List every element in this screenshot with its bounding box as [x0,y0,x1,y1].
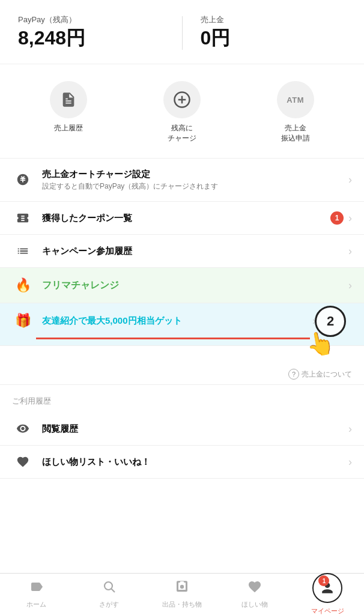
browse-icon [12,422,34,435]
sales-history-icon [50,81,87,118]
search-icon [102,580,117,598]
chevron-icon: › [348,456,352,468]
nav-wishlist[interactable]: ほしい物 [219,576,291,613]
auto-charge-text: 売上金オートチャージ設定 設定すると自動でPayPay（残高）にチャージされます [42,168,348,192]
balance-divider [182,16,183,50]
coupons-title: 獲得したクーポン一覧 [42,212,330,224]
sales-amount: 0円 [201,25,347,52]
chevron-icon: › [348,212,352,225]
furi-challenge-menu-item[interactable]: 🔥 フリマチャレンジ › [0,268,364,303]
balance-area: PayPay（残高） 8,248円 売上金 0円 [0,0,364,64]
wishlist-title: ほしい物リスト・いいね！ [42,456,348,468]
nav-search-label: さがす [99,600,119,609]
chevron-icon: › [348,174,352,186]
nav-home[interactable]: ホーム [0,576,73,613]
charge-icon [163,81,201,118]
paypay-amount: 8,248円 [18,25,164,52]
nav-home-label: ホーム [26,600,46,609]
coupons-menu-item[interactable]: 獲得したクーポン一覧 1 › [0,202,364,235]
wishlist-menu-item[interactable]: ほしい物リスト・いいね！ › [0,446,364,479]
sales-info-text: ? 売上金について [288,369,352,380]
hand-cursor-icon: 👆 [304,328,336,359]
chevron-icon: › [348,423,352,435]
nav-post-label: 出品・持ち物 [162,600,202,609]
furi-text: フリマチャレンジ [42,279,348,292]
campaigns-right: › [348,245,352,258]
gift-icon: 🎁 [12,313,34,329]
auto-charge-subtitle: 設定すると自動でPayPay（残高）にチャージされます [42,181,348,192]
camera-icon [175,580,189,598]
svg-line-4 [111,589,115,593]
list-icon [12,244,34,258]
chevron-icon: › [348,245,352,258]
bottom-nav: ホーム さがす 出品・持ち物 ほしい物 [0,573,364,615]
red-arrow-indicator [36,338,310,339]
referral-row-wrap: 🎁 友達紹介で最大5,000円相当ゲット › 2 👆 [0,303,364,346]
sales-balance: 売上金 0円 [201,14,347,52]
nav-mypage[interactable]: 1 マイページ [291,569,364,615]
sales-history-label: 売上履歴 [54,123,83,133]
auto-charge-right: › [348,174,352,186]
question-icon: ? [288,369,299,380]
referral-text: 友達紹介で最大5,000円相当ゲット [42,315,312,327]
furi-right: › [348,279,352,292]
campaigns-text: キャンペーン参加履歴 [42,245,348,257]
paypay-balance: PayPay（残高） 8,248円 [18,14,164,52]
furi-title: フリマチャレンジ [42,279,348,292]
atm-button[interactable]: ATM 売上金振込申請 [277,81,314,144]
nav-search[interactable]: さがす [73,576,145,613]
charge-label: 残高にチャージ [168,123,196,144]
browse-history-menu-item[interactable]: 閲覧履歴 › [0,413,364,446]
atm-label: 売上金振込申請 [281,123,310,144]
coupon-badge: 1 [330,211,344,225]
usage-history-section-header: ご利用履歴 [0,385,364,413]
wishlist-text: ほしい物リスト・いいね！ [42,456,348,468]
browse-text: 閲覧履歴 [42,423,348,435]
flame-icon: 🔥 [12,277,34,293]
campaigns-title: キャンペーン参加履歴 [42,245,348,257]
heart-icon [12,455,34,468]
auto-charge-title: 売上金オートチャージ設定 [42,168,348,180]
campaigns-menu-item[interactable]: キャンペーン参加履歴 › [0,235,364,268]
yen-icon [12,173,34,186]
referral-title: 友達紹介で最大5,000円相当ゲット [42,315,312,327]
charge-button[interactable]: 残高にチャージ [163,81,201,144]
sales-history-button[interactable]: 売上履歴 [50,81,87,144]
browse-right: › [348,423,352,435]
chevron-icon: › [348,279,352,292]
sales-label: 売上金 [201,14,347,25]
coupons-right: 1 › [330,211,352,225]
wishlist-right: › [348,456,352,468]
heart-nav-icon [247,580,262,598]
paypay-label: PayPay（残高） [18,14,164,25]
nav-wishlist-label: ほしい物 [241,600,268,609]
nav-mypage-label: マイページ [311,607,344,615]
browse-title: 閲覧履歴 [42,423,348,435]
sales-info-row: ? 売上金について [0,364,364,385]
auto-charge-menu-item[interactable]: 売上金オートチャージ設定 設定すると自動でPayPay（残高）にチャージされます… [0,159,364,202]
coupons-text: 獲得したクーポン一覧 [42,212,330,224]
home-icon [29,580,44,598]
nav-post[interactable]: 出品・持ち物 [145,576,218,613]
actions-row: 売上履歴 残高にチャージ ATM 売上金振込申請 [0,64,364,159]
coupon-icon [12,211,34,225]
atm-icon: ATM [277,81,314,118]
svg-point-3 [105,582,112,590]
